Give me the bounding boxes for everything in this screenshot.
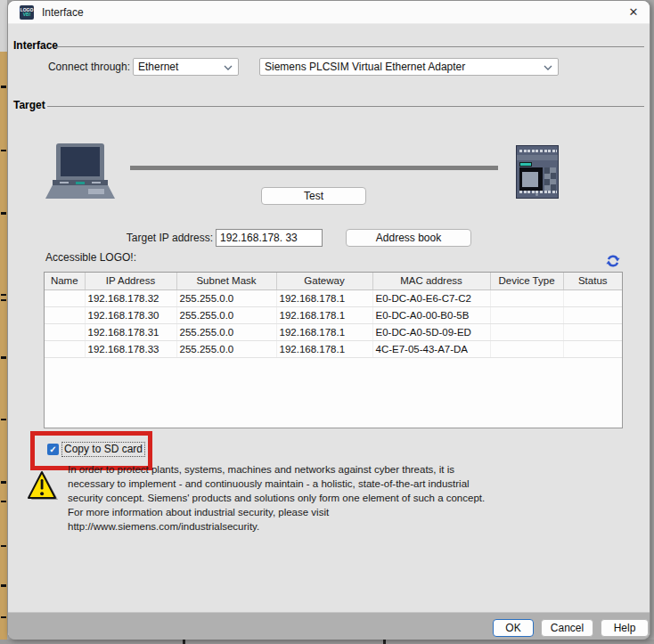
interface-dialog: LOGO VB! Interface ✕ Interface Connect t… [7,0,650,640]
table-column-header[interactable]: Subnet Mask [176,273,276,289]
ok-button[interactable]: OK [493,619,534,637]
security-notice-line: For more information about industrial se… [68,505,647,519]
table-row[interactable]: 192.168.178.33255.255.0.0192.168.178.14C… [45,340,622,357]
table-column-header[interactable]: Status [563,273,622,289]
security-notice-line: http://www.siemens.com/industrialsecurit… [68,519,647,534]
table-row[interactable]: 192.168.178.30255.255.0.0192.168.178.1E0… [45,306,622,323]
chevron-down-icon [224,65,233,70]
table-cell: 255.255.0.0 [176,306,276,323]
table-cell: 192.168.178.30 [85,306,176,323]
table-cell: E0-DC-A0-5D-09-ED [372,323,490,340]
table-cell: 255.255.0.0 [176,323,276,340]
chevron-down-icon [544,65,552,70]
target-group-rule [47,106,644,107]
background-bottom-strip [0,640,654,644]
security-notice: In order to protect plants, systems, mac… [68,462,647,534]
table-column-header[interactable]: Name [45,273,85,289]
table-cell [563,306,622,323]
table-cell: 192.168.178.32 [85,289,176,306]
table-cell [563,340,622,357]
table-header-row: NameIP AddressSubnet MaskGatewayMAC addr… [45,273,622,289]
interface-group-label: Interface [13,39,58,52]
table-column-header[interactable]: Gateway [276,273,372,289]
table-cell: 255.255.0.0 [176,340,276,357]
table-cell [45,340,85,357]
test-button[interactable]: Test [261,187,366,205]
table-cell: E0-DC-A0-00-B0-5B [372,306,490,323]
connection-type-dropdown[interactable]: Ethernet [133,58,239,76]
table-cell: 4C-E7-05-43-A7-DA [372,340,490,357]
table-column-header[interactable]: IP Address [85,273,176,289]
interface-group-rule [56,46,644,47]
accessible-devices-table: NameIP AddressSubnet MaskGatewayMAC addr… [44,272,623,428]
security-notice-line: In order to protect plants, systems, mac… [68,462,647,477]
computer-icon [45,143,115,199]
accessible-logo-label: Accessible LOGO!: [45,249,136,266]
help-button[interactable]: Help [601,619,649,637]
warning-icon [26,470,60,502]
table-cell: 255.255.0.0 [176,289,276,306]
table-cell: 192.168.178.1 [276,289,372,306]
close-icon[interactable]: ✕ [625,4,642,21]
table-column-header[interactable]: MAC address [372,273,490,289]
logo-app-icon: LOGO VB! [20,5,34,20]
table-row[interactable]: 192.168.178.31255.255.0.0192.168.178.1E0… [45,323,622,340]
screen: LOGO VB! Interface ✕ Interface Connect t… [0,0,654,644]
logo-device-icon [516,145,559,199]
table-cell [563,289,622,306]
network-adapter-dropdown[interactable]: Siemens PLCSIM Virtual Ethernet Adapter [259,58,559,76]
target-group-label: Target [13,99,45,111]
cancel-button[interactable]: Cancel [541,619,593,637]
title-bar: LOGO VB! Interface ✕ [8,1,650,24]
device-table-body: 192.168.178.32255.255.0.0192.168.178.1E0… [45,289,622,357]
target-ip-label: Target IP address: [61,229,213,247]
table-cell [563,323,622,340]
table-cell [490,289,563,306]
table-cell [490,306,563,323]
connect-through-label: Connect through: [8,58,130,76]
table-cell: 192.168.178.1 [276,323,372,340]
security-notice-line: security concept. Siemens' products and … [68,491,647,505]
table-cell: 192.168.178.1 [276,340,372,357]
connection-type-value: Ethernet [138,61,178,73]
address-book-button[interactable]: Address book [346,229,471,247]
table-cell [45,289,85,306]
network-adapter-value: Siemens PLCSIM Virtual Ethernet Adapter [265,61,465,73]
table-row[interactable]: 192.168.178.32255.255.0.0192.168.178.1E0… [45,289,622,306]
table-cell [45,306,85,323]
target-ip-input[interactable] [216,229,323,247]
refresh-icon[interactable] [606,254,620,268]
table-cell: 192.168.178.33 [85,340,176,357]
table-cell [45,323,85,340]
background-app-sliver [0,0,7,644]
table-cell [490,340,563,357]
window-title: Interface [42,6,84,19]
security-notice-line: necessary to implement - and continuousl… [68,477,647,491]
table-column-header[interactable]: Device Type [490,273,563,289]
table-cell: E0-DC-A0-E6-C7-C2 [372,289,490,306]
table-cell [490,323,563,340]
connection-line [130,166,498,170]
table-cell: 192.168.178.1 [276,306,372,323]
table-cell: 192.168.178.31 [85,323,176,340]
